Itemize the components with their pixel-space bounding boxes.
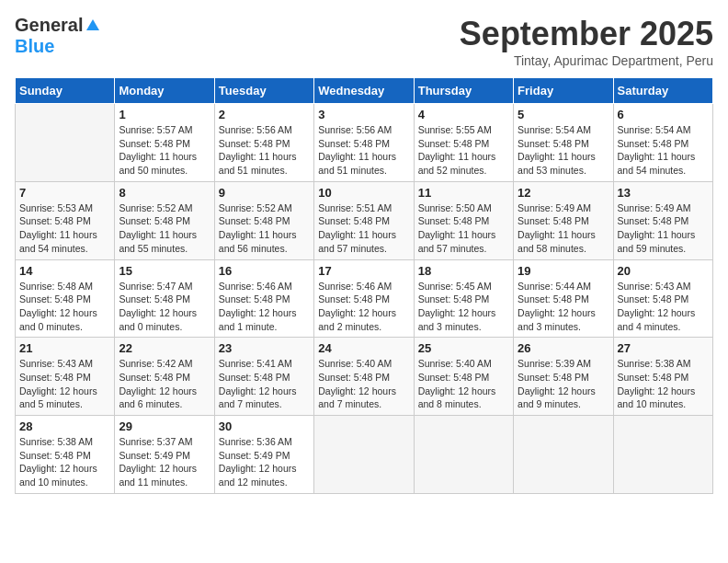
calendar-cell [16, 104, 115, 182]
day-info: Sunrise: 5:56 AM Sunset: 5:48 PM Dayligh… [219, 123, 310, 178]
calendar-cell: 3Sunrise: 5:56 AM Sunset: 5:48 PM Daylig… [314, 104, 414, 182]
day-number: 26 [518, 341, 609, 355]
calendar-cell: 30Sunrise: 5:36 AM Sunset: 5:49 PM Dayli… [214, 416, 313, 494]
location-title: Tintay, Apurimac Department, Peru [460, 53, 713, 68]
day-number: 17 [318, 264, 409, 278]
calendar-cell: 8Sunrise: 5:52 AM Sunset: 5:48 PM Daylig… [115, 181, 214, 259]
day-number: 2 [219, 108, 310, 121]
calendar-cell: 4Sunrise: 5:55 AM Sunset: 5:48 PM Daylig… [414, 104, 513, 182]
calendar-cell: 11Sunrise: 5:50 AM Sunset: 5:48 PM Dayli… [414, 181, 513, 259]
week-row-2: 7Sunrise: 5:53 AM Sunset: 5:48 PM Daylig… [16, 181, 713, 259]
weekday-header-monday: Monday [115, 78, 214, 104]
day-number: 22 [119, 341, 210, 355]
svg-marker-0 [86, 19, 99, 30]
logo: General Blue [15, 15, 101, 57]
calendar-cell: 7Sunrise: 5:53 AM Sunset: 5:48 PM Daylig… [16, 181, 115, 259]
day-info: Sunrise: 5:44 AM Sunset: 5:48 PM Dayligh… [518, 280, 609, 334]
calendar-cell: 29Sunrise: 5:37 AM Sunset: 5:49 PM Dayli… [115, 416, 214, 494]
day-info: Sunrise: 5:52 AM Sunset: 5:48 PM Dayligh… [119, 201, 210, 256]
day-info: Sunrise: 5:43 AM Sunset: 5:48 PM Dayligh… [19, 357, 110, 411]
day-number: 18 [418, 264, 509, 278]
calendar-cell: 19Sunrise: 5:44 AM Sunset: 5:48 PM Dayli… [514, 259, 613, 338]
day-info: Sunrise: 5:47 AM Sunset: 5:48 PM Dayligh… [119, 280, 210, 334]
calendar-cell: 24Sunrise: 5:40 AM Sunset: 5:48 PM Dayli… [314, 338, 414, 416]
day-info: Sunrise: 5:53 AM Sunset: 5:48 PM Dayligh… [19, 201, 110, 256]
day-number: 16 [219, 264, 310, 278]
day-number: 23 [219, 341, 310, 355]
day-info: Sunrise: 5:49 AM Sunset: 5:48 PM Dayligh… [518, 201, 609, 256]
day-number: 1 [119, 108, 210, 121]
day-info: Sunrise: 5:40 AM Sunset: 5:48 PM Dayligh… [418, 357, 509, 411]
day-info: Sunrise: 5:40 AM Sunset: 5:48 PM Dayligh… [318, 357, 409, 411]
day-number: 25 [418, 341, 509, 355]
calendar-cell [514, 416, 613, 494]
header: General Blue September 2025 Tintay, Apur… [15, 15, 713, 68]
weekday-header-tuesday: Tuesday [214, 78, 313, 104]
calendar-cell: 22Sunrise: 5:42 AM Sunset: 5:48 PM Dayli… [115, 338, 214, 416]
calendar-cell: 9Sunrise: 5:52 AM Sunset: 5:48 PM Daylig… [214, 181, 313, 259]
logo-blue-text: Blue [15, 36, 54, 57]
weekday-header-wednesday: Wednesday [314, 78, 414, 104]
day-number: 29 [119, 419, 210, 433]
calendar-cell: 13Sunrise: 5:49 AM Sunset: 5:48 PM Dayli… [613, 181, 712, 259]
title-area: September 2025 Tintay, Apurimac Departme… [460, 15, 713, 68]
day-number: 3 [318, 108, 409, 121]
logo-general-text: General [15, 15, 83, 36]
day-info: Sunrise: 5:38 AM Sunset: 5:48 PM Dayligh… [19, 435, 110, 489]
day-number: 28 [19, 419, 110, 433]
weekday-header-friday: Friday [514, 78, 613, 104]
weekday-header-row: SundayMondayTuesdayWednesdayThursdayFrid… [16, 78, 713, 104]
calendar-cell: 10Sunrise: 5:51 AM Sunset: 5:48 PM Dayli… [314, 181, 414, 259]
calendar-cell: 18Sunrise: 5:45 AM Sunset: 5:48 PM Dayli… [414, 259, 513, 338]
day-info: Sunrise: 5:43 AM Sunset: 5:48 PM Dayligh… [618, 280, 709, 334]
day-info: Sunrise: 5:39 AM Sunset: 5:48 PM Dayligh… [518, 357, 609, 411]
calendar-cell: 15Sunrise: 5:47 AM Sunset: 5:48 PM Dayli… [115, 259, 214, 338]
calendar-cell: 23Sunrise: 5:41 AM Sunset: 5:48 PM Dayli… [214, 338, 313, 416]
calendar-cell: 17Sunrise: 5:46 AM Sunset: 5:48 PM Dayli… [314, 259, 414, 338]
day-info: Sunrise: 5:57 AM Sunset: 5:48 PM Dayligh… [119, 123, 210, 178]
weekday-header-sunday: Sunday [16, 78, 115, 104]
day-number: 4 [418, 108, 509, 121]
calendar-cell: 5Sunrise: 5:54 AM Sunset: 5:48 PM Daylig… [514, 104, 613, 182]
day-number: 13 [618, 186, 709, 200]
day-number: 24 [318, 341, 409, 355]
day-number: 14 [19, 264, 110, 278]
calendar-cell [314, 416, 414, 494]
day-info: Sunrise: 5:54 AM Sunset: 5:48 PM Dayligh… [518, 123, 609, 178]
calendar-cell: 1Sunrise: 5:57 AM Sunset: 5:48 PM Daylig… [115, 104, 214, 182]
day-number: 27 [618, 341, 709, 355]
day-info: Sunrise: 5:54 AM Sunset: 5:48 PM Dayligh… [618, 123, 709, 178]
day-info: Sunrise: 5:45 AM Sunset: 5:48 PM Dayligh… [418, 280, 509, 334]
day-number: 9 [219, 186, 310, 200]
weekday-header-saturday: Saturday [613, 78, 712, 104]
day-number: 19 [518, 264, 609, 278]
calendar-cell: 26Sunrise: 5:39 AM Sunset: 5:48 PM Dayli… [514, 338, 613, 416]
day-info: Sunrise: 5:55 AM Sunset: 5:48 PM Dayligh… [418, 123, 509, 178]
week-row-5: 28Sunrise: 5:38 AM Sunset: 5:48 PM Dayli… [16, 416, 713, 494]
calendar-cell: 25Sunrise: 5:40 AM Sunset: 5:48 PM Dayli… [414, 338, 513, 416]
calendar-cell: 20Sunrise: 5:43 AM Sunset: 5:48 PM Dayli… [613, 259, 712, 338]
calendar-cell: 28Sunrise: 5:38 AM Sunset: 5:48 PM Dayli… [16, 416, 115, 494]
logo-icon [85, 17, 101, 34]
day-number: 8 [119, 186, 210, 200]
day-number: 10 [318, 186, 409, 200]
day-info: Sunrise: 5:51 AM Sunset: 5:48 PM Dayligh… [318, 201, 409, 256]
day-info: Sunrise: 5:49 AM Sunset: 5:48 PM Dayligh… [618, 201, 709, 256]
day-number: 15 [119, 264, 210, 278]
calendar-cell: 16Sunrise: 5:46 AM Sunset: 5:48 PM Dayli… [214, 259, 313, 338]
day-info: Sunrise: 5:36 AM Sunset: 5:49 PM Dayligh… [219, 435, 310, 489]
calendar-cell: 21Sunrise: 5:43 AM Sunset: 5:48 PM Dayli… [16, 338, 115, 416]
day-info: Sunrise: 5:56 AM Sunset: 5:48 PM Dayligh… [318, 123, 409, 178]
calendar-body: 1Sunrise: 5:57 AM Sunset: 5:48 PM Daylig… [16, 104, 713, 494]
week-row-1: 1Sunrise: 5:57 AM Sunset: 5:48 PM Daylig… [16, 104, 713, 182]
calendar-cell: 6Sunrise: 5:54 AM Sunset: 5:48 PM Daylig… [613, 104, 712, 182]
day-number: 7 [19, 186, 110, 200]
day-info: Sunrise: 5:50 AM Sunset: 5:48 PM Dayligh… [418, 201, 509, 256]
month-title: September 2025 [460, 15, 713, 53]
day-number: 12 [518, 186, 609, 200]
day-number: 11 [418, 186, 509, 200]
calendar-cell: 2Sunrise: 5:56 AM Sunset: 5:48 PM Daylig… [214, 104, 313, 182]
day-info: Sunrise: 5:41 AM Sunset: 5:48 PM Dayligh… [219, 357, 310, 411]
calendar: SundayMondayTuesdayWednesdayThursdayFrid… [15, 77, 713, 494]
day-number: 30 [219, 419, 310, 433]
